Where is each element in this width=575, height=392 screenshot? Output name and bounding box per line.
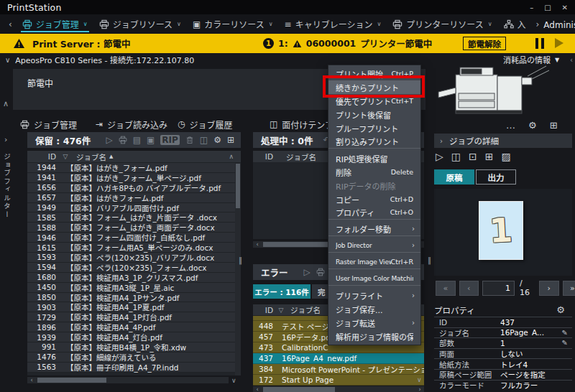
panel-tab-job-management[interactable]: ジョブ管理 <box>20 118 77 131</box>
fit-view-icon[interactable]: ⊡ <box>469 151 477 162</box>
column-header-id[interactable]: ID <box>27 152 56 161</box>
chevron-down-icon[interactable]: ∨ <box>0 56 15 64</box>
nav-tab-printer-resource[interactable]: プリンターリソース ∨ <box>387 14 497 34</box>
context-menu-item[interactable]: コピー Ctrl+D <box>328 192 420 206</box>
job-row[interactable]: 1588 【原本】フォーム_はがき_両面データ.docx <box>27 223 235 233</box>
trash-icon[interactable] <box>185 136 194 144</box>
close-button[interactable]: ✕ <box>562 4 568 11</box>
details-header[interactable]: › ジョブの詳細 <box>434 134 572 148</box>
job-row[interactable]: 1939 【原本】検証用A4_灯台.pdf <box>27 332 235 342</box>
context-menu-item[interactable]: Raster Image Viewer... Ctrl+R <box>328 256 420 269</box>
scroll-left-arrow[interactable]: ‹ <box>253 241 262 248</box>
grid-view-icon[interactable]: ⊞ <box>227 136 234 144</box>
context-menu-item[interactable]: 割り込みプリント <box>328 135 420 149</box>
panel-view-icon[interactable]: ◫ <box>200 136 208 144</box>
pause-button[interactable] <box>535 38 544 49</box>
printer-icon[interactable] <box>119 136 127 144</box>
job-row[interactable]: 1615 【原本】フォーム用A5_単ページのみ.docx <box>27 243 235 253</box>
job-row[interactable]: 1594 【原本】ペラ(120×235)_フォーム.docx <box>27 263 235 273</box>
more-options-icon[interactable]: … <box>506 120 515 131</box>
scroll-left-arrow[interactable]: ‹ <box>27 377 36 383</box>
page-number-input[interactable] <box>482 281 515 296</box>
held-horizontal-scrollbar[interactable]: ‹ <box>27 377 229 383</box>
context-menu-item[interactable]: ジョブ転送 › <box>328 316 420 330</box>
job-row[interactable]: 1563 【原本】冊子印刷用_A4_7P.indd <box>27 363 235 373</box>
job-row[interactable]: 1946 【原本】フォーム四面付け_白紙なし.pdf <box>27 233 235 243</box>
page-next-button[interactable]: › <box>539 281 559 296</box>
panel-collapse-chevron[interactable]: ‹ <box>570 56 573 64</box>
scroll-right-arrow[interactable]: › <box>415 386 424 392</box>
preview-icon[interactable]: ▤ <box>133 136 141 144</box>
page-last-button[interactable]: » <box>563 281 575 296</box>
minimize-button[interactable]: – <box>530 4 533 11</box>
context-menu-item[interactable]: 解析用ジョブ情報の保存... <box>328 330 420 343</box>
tab-output[interactable]: 出力 <box>476 169 516 185</box>
print-start-icon[interactable]: ▷ <box>304 268 310 276</box>
error-horizontal-scrollbar[interactable]: ‹ › <box>253 386 424 392</box>
panel-splitter-handle[interactable]: ‖ <box>428 256 431 264</box>
panel-tab-job-import[interactable]: ⇥ ジョブ読み込み <box>96 118 167 131</box>
context-menu-item[interactable]: Job Director › <box>328 239 420 253</box>
job-row[interactable]: 1593 【原本】ペラ(120×235)_バリアブル.docx <box>27 253 235 263</box>
rip-icon[interactable]: RIP <box>160 135 180 145</box>
context-menu-item[interactable]: プルーフプリント <box>328 121 420 135</box>
page-first-button[interactable]: « <box>436 281 456 296</box>
resume-icon[interactable] <box>555 38 564 48</box>
context-menu-item[interactable]: プリフライト › <box>328 289 420 302</box>
collapse-chevron[interactable]: ∧ <box>229 153 241 160</box>
job-row[interactable]: 1450 【原本】検証用A3縦_1P_星.aic <box>27 283 235 293</box>
job-row[interactable]: 1941 【原本】はがき_フォーム_単ページ.pdf <box>27 173 235 183</box>
play-icon[interactable]: ▷ <box>436 151 443 162</box>
job-row[interactable]: 1585 【原本】フォーム_はがき_片面データ .docx <box>27 213 235 223</box>
printer-icon[interactable] <box>316 268 325 276</box>
nav-tab-input[interactable]: 入 <box>498 14 532 34</box>
page-prev-button[interactable]: ‹ <box>459 281 479 296</box>
job-row[interactable]: 1850 【原本】検証用A4_1Pサンタ.pdf <box>27 293 235 303</box>
print-start-icon[interactable]: ▷ <box>106 136 112 144</box>
energy-saver-release-button[interactable]: 節電解除 <box>463 37 506 50</box>
image-icon[interactable]: ▨ <box>501 151 510 162</box>
context-menu-item[interactable]: User Image Color Matching... <box>328 272 420 286</box>
job-row[interactable]: 1729 【原本】検証用A4_1P灯台.pdf <box>27 312 235 322</box>
edit-icon[interactable]: ✎ <box>562 339 572 347</box>
error-job-row[interactable]: 384 Microsoft PowerPoint - プレゼンテーション1.pp <box>253 364 424 375</box>
column-header-name[interactable]: ジョブ名 <box>289 304 321 315</box>
context-menu-item[interactable]: 優先でプリント Ctrl+T <box>328 94 420 108</box>
nav-tab-color-resource[interactable]: ▣ カラーリソース ∨ <box>187 14 279 34</box>
copy-icon[interactable]: ▣ <box>147 136 155 144</box>
scroll-down-chevron[interactable]: ∨ <box>417 376 422 383</box>
job-row[interactable]: 1657 【原本】はがきフォーム.pdf <box>27 193 235 203</box>
column-header-name[interactable]: ジョブ名 <box>75 151 106 162</box>
context-menu-item[interactable]: ジョブ保存... <box>328 302 420 316</box>
job-row[interactable]: 1896 【原本】検証用A4_4P.pdf <box>27 322 235 332</box>
tab-error-count[interactable]: エラー : 116件 <box>253 284 310 299</box>
job-row[interactable]: 1680 【原本】検証用A3_1P_クリスマス.pdf <box>27 273 235 283</box>
context-menu-item[interactable]: 続きからプリント <box>328 80 420 94</box>
column-header-name[interactable]: ジョブ名 <box>273 151 316 162</box>
context-menu-item[interactable]: フォルダー移動 › <box>328 223 420 236</box>
job-row[interactable]: 1944 【原本】はがき_フォーム.pdf <box>27 163 235 173</box>
scroll-left-arrow[interactable]: ‹ <box>253 386 262 392</box>
panel-tab-job-history[interactable]: ◷ ジョブ履歴 <box>178 118 233 131</box>
filter-icon[interactable]: ▽ <box>273 307 289 314</box>
context-menu-item[interactable]: 削除 Delete <box>328 165 420 179</box>
maximize-button[interactable]: □ <box>544 4 551 11</box>
job-row[interactable]: 1656 【原本】ハガキ8Pもの バイアブルデータ.pdf <box>27 183 235 193</box>
gear-icon[interactable]: ⚙ <box>213 136 221 144</box>
panel-view-icon[interactable]: ◫ <box>451 151 461 162</box>
collapse-chevron[interactable]: ∧ <box>3 99 9 108</box>
context-menu-item[interactable]: プリント開始 Ctrl+P <box>328 67 420 80</box>
held-vertical-scrollbar[interactable] <box>235 163 241 375</box>
grid-view-icon[interactable]: ⊞ <box>485 151 494 162</box>
context-menu-item[interactable]: RIPデータの削除 <box>328 179 420 192</box>
tab-original[interactable]: 原稿 <box>434 169 474 185</box>
panel-splitter-handle[interactable]: ‖ <box>239 256 242 264</box>
gear-icon[interactable]: ⚙ <box>528 120 537 131</box>
error-job-row[interactable]: 172 Start Up Page <box>253 375 424 386</box>
edit-icon[interactable]: ✎ <box>562 329 572 337</box>
nav-back-button[interactable]: ‹ <box>4 19 17 29</box>
job-row[interactable]: 1903 【原本】検証用A4_1P夏.pdf <box>27 302 235 312</box>
nav-tab-calibration[interactable]: ≡ キャリブレーション ∨ <box>279 14 387 34</box>
nav-forward-button[interactable]: › <box>532 19 544 29</box>
grid-view-icon[interactable]: ⊞ <box>550 120 558 131</box>
